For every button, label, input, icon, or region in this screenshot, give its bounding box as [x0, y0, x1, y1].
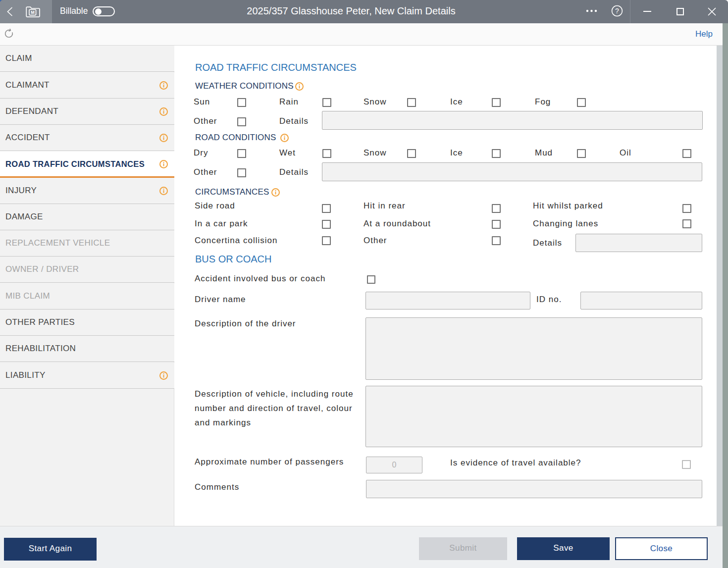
svg-text:?: ?: [615, 7, 619, 15]
